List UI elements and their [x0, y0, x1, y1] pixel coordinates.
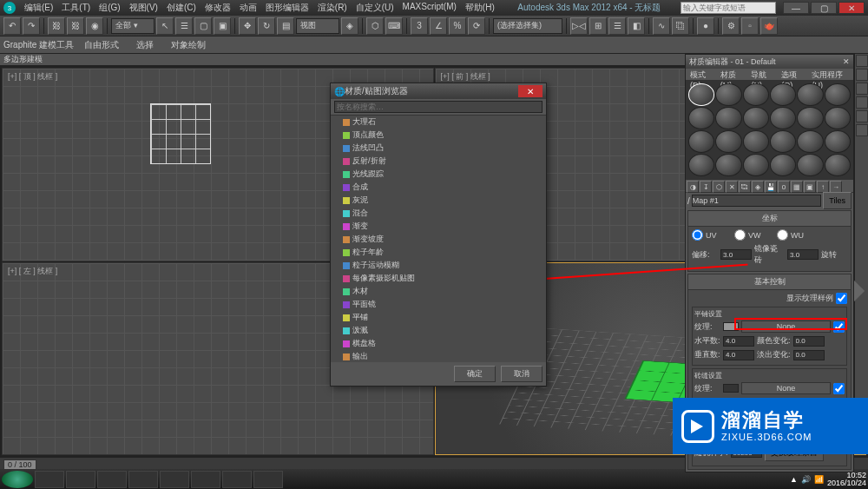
menu-create[interactable]: 创建(C) — [163, 0, 200, 16]
taskbar-item[interactable] — [66, 471, 95, 488]
material-type-button[interactable]: Tiles — [823, 192, 852, 209]
browser-list-item[interactable]: 顶点颜色 — [331, 129, 546, 142]
clock-date[interactable]: 2016/10/24 — [827, 479, 866, 487]
material-slot[interactable] — [743, 130, 769, 153]
motion-panel-tab[interactable] — [856, 96, 868, 109]
taskbar-item[interactable] — [35, 471, 64, 488]
reset-map-button[interactable]: ✕ — [726, 181, 738, 193]
mat-id-button[interactable]: 0 — [778, 181, 790, 193]
rollout-header-basic[interactable]: 基本控制 — [688, 274, 851, 290]
undo-button[interactable]: ↶ — [3, 17, 21, 35]
taskbar-item[interactable] — [191, 471, 220, 488]
browser-list-item[interactable]: 合成 — [331, 181, 546, 194]
start-button[interactable] — [2, 471, 33, 488]
viewport-label-left[interactable]: [+] [ 左 ] 线框 ] — [4, 265, 61, 278]
menu-modifiers[interactable]: 修改器 — [201, 0, 234, 16]
make-copy-button[interactable]: ⿻ — [739, 181, 751, 193]
material-slot[interactable] — [743, 107, 769, 129]
browser-list-item[interactable]: 棋盘格 — [331, 337, 546, 350]
percent-snap-button[interactable]: % — [449, 17, 466, 35]
menu-views[interactable]: 视图(V) — [126, 0, 161, 16]
grout-color-swatch[interactable] — [723, 384, 739, 393]
ribbon-tab-freeform[interactable]: 自由形式 — [77, 36, 126, 54]
get-material-button[interactable]: ◑ — [687, 181, 699, 193]
browser-list-item[interactable]: 粒子运动模糊 — [331, 259, 546, 272]
ribbon-tab-paint[interactable]: 对象绘制 — [164, 36, 213, 54]
spinner-snap-button[interactable]: ⟳ — [468, 17, 485, 35]
align-button[interactable]: ⊞ — [589, 17, 607, 35]
material-slot[interactable] — [715, 154, 741, 176]
bind-button[interactable]: ◉ — [86, 17, 103, 35]
go-parent-button[interactable]: ↑ — [817, 181, 829, 193]
tile-texture-none-button[interactable]: None — [741, 320, 831, 333]
browser-list-item[interactable]: 粒子年龄 — [331, 246, 546, 259]
taskbar-item[interactable] — [253, 471, 283, 488]
make-unique-button[interactable]: ◈ — [752, 181, 764, 193]
tray-icon[interactable]: ▲ — [790, 475, 798, 484]
browser-cancel-button[interactable]: 取消 — [501, 366, 542, 382]
material-slot[interactable] — [743, 83, 769, 106]
menu-edit[interactable]: 编辑(E) — [21, 0, 56, 16]
u-offset-spinner[interactable] — [720, 249, 752, 260]
menu-maxscript[interactable]: MAXScript(M) — [399, 0, 460, 16]
material-slot[interactable] — [715, 107, 741, 129]
browser-list-item[interactable]: 灰泥 — [331, 194, 546, 207]
named-selection-dropdown[interactable]: (选择选择集) — [493, 18, 562, 34]
help-search-input[interactable] — [681, 2, 776, 14]
redo-button[interactable]: ↷ — [23, 17, 40, 35]
menu-graph-editors[interactable]: 图形编辑器 — [262, 0, 312, 16]
close-button[interactable]: ✕ — [838, 2, 865, 14]
viewport-label-front[interactable]: [+] [ 前 ] 线框 ] — [437, 70, 494, 83]
utilities-panel-tab[interactable] — [856, 124, 868, 136]
keyboard-shortcut-button[interactable]: ⌨ — [385, 17, 403, 35]
browser-list-item[interactable]: 光线跟踪 — [331, 168, 546, 181]
v-count-spinner[interactable] — [723, 350, 754, 360]
browser-close-button[interactable]: ✕ — [518, 85, 542, 97]
material-slot[interactable] — [797, 83, 823, 106]
select-object-button[interactable]: ↖ — [156, 17, 174, 35]
material-slot[interactable] — [715, 130, 741, 153]
snap-toggle-button[interactable]: 3 — [411, 17, 428, 35]
browser-list[interactable]: 大理石顶点颜色法线凹凸反射/折射光线跟踪合成灰泥混合渐变渐变坡度粒子年龄粒子运动… — [331, 116, 546, 362]
grout-texture-enable-checkbox[interactable] — [833, 383, 845, 394]
material-slot[interactable] — [797, 154, 823, 176]
minimize-button[interactable]: — — [783, 2, 809, 14]
select-by-name-button[interactable]: ☰ — [175, 17, 193, 35]
browser-list-item[interactable]: 泼溅 — [331, 324, 546, 337]
browser-list-item[interactable]: 反射/折射 — [331, 155, 546, 168]
taskbar-item[interactable] — [128, 471, 158, 488]
create-panel-tab[interactable] — [856, 55, 868, 67]
rollout-header-coords[interactable]: 坐标 — [688, 211, 851, 227]
hierarchy-panel-tab[interactable] — [856, 83, 868, 95]
rotate-button[interactable]: ↻ — [258, 17, 275, 35]
material-slot[interactable] — [770, 154, 796, 176]
material-slot[interactable] — [825, 154, 851, 176]
material-slot[interactable] — [743, 154, 769, 176]
material-slot[interactable] — [770, 107, 796, 129]
color-var-spinner[interactable] — [793, 336, 825, 347]
schematic-view-button[interactable]: ⿻ — [672, 17, 689, 35]
app-icon[interactable]: 3 — [3, 2, 16, 14]
taskbar-item[interactable] — [160, 471, 189, 488]
material-slot[interactable] — [825, 83, 851, 106]
h-count-spinner[interactable] — [723, 336, 754, 347]
browser-list-item[interactable]: 渐变坡度 — [331, 233, 546, 246]
browser-list-item[interactable]: 大理石 — [331, 116, 546, 129]
tray-icon[interactable]: 🔊 — [801, 475, 811, 484]
material-slot[interactable] — [770, 130, 796, 153]
select-region-button[interactable]: ▢ — [194, 17, 212, 35]
uv-radio[interactable] — [692, 229, 703, 241]
tray-icon[interactable]: 📶 — [814, 475, 824, 484]
modify-panel-tab[interactable] — [856, 69, 868, 81]
maximize-button[interactable]: ▢ — [811, 2, 837, 14]
material-slot[interactable] — [688, 130, 714, 153]
render-frame-button[interactable]: ▫ — [741, 17, 759, 35]
put-to-scene-button[interactable]: ↧ — [700, 181, 712, 193]
mat-menu-options[interactable]: 选项(O) — [779, 69, 807, 80]
menu-group[interactable]: 组(G) — [95, 0, 123, 16]
menu-animation[interactable]: 动画 — [236, 0, 260, 16]
menu-tools[interactable]: 工具(T) — [58, 0, 94, 16]
menu-help[interactable]: 帮助(H) — [462, 0, 498, 16]
browser-list-item[interactable]: 每像素摄影机贴图 — [331, 272, 546, 285]
scale-button[interactable]: ▤ — [277, 17, 294, 35]
